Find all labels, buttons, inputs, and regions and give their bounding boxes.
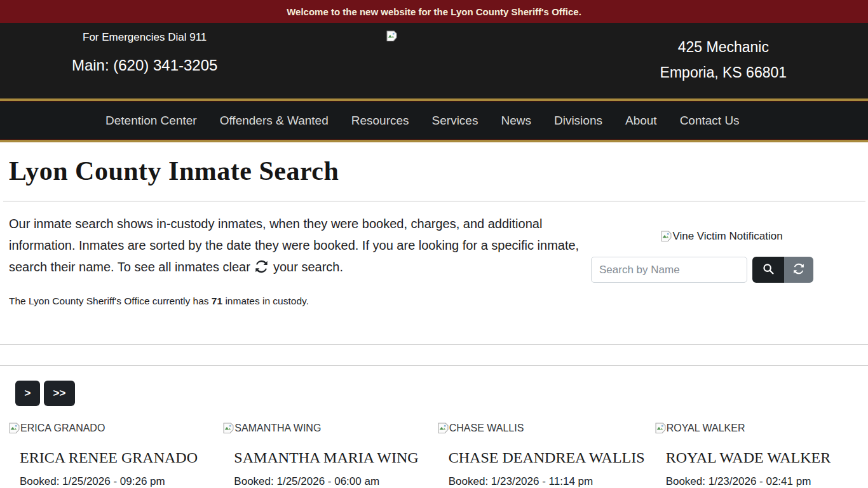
search-input[interactable] — [591, 257, 747, 283]
inmate-card[interactable]: ERICA GRANADO ERICA RENEE GRANADO Booked… — [9, 423, 213, 488]
broken-image-icon — [386, 30, 397, 44]
inmate-name: ERICA RENEE GRANADO — [20, 449, 213, 466]
refresh-button[interactable] — [784, 257, 813, 283]
nav-item-services[interactable]: Services — [421, 114, 490, 128]
custody-count: 71 — [212, 295, 222, 306]
header-contact-block: For Emergencies Dial 911 Main: (620) 341… — [0, 23, 289, 98]
main-content: Lyon County Inmate Search Our inmate sea… — [0, 156, 868, 307]
inmate-card-grid: ERICA GRANADO ERICA RENEE GRANADO Booked… — [0, 423, 868, 488]
nav-item-news[interactable]: News — [489, 114, 543, 128]
header-logo-block — [289, 23, 578, 98]
intro-column: Our inmate search shows in-custody inmat… — [9, 213, 585, 307]
nav-item-about[interactable]: About — [614, 114, 668, 128]
inmate-photo-alt: ERICA GRANADO — [20, 423, 105, 433]
pagination: > >> — [15, 381, 868, 406]
next-page-button[interactable]: > — [15, 381, 40, 406]
site-logo-image — [386, 30, 482, 44]
vine-victim-notification-link[interactable]: Vine Victim Notification — [585, 230, 859, 245]
broken-image-icon — [438, 423, 449, 436]
vine-alt-text: Vine Victim Notification — [672, 230, 782, 242]
title-divider — [3, 201, 865, 201]
custody-text-after: inmates in custody. — [222, 295, 309, 306]
inmate-booked-date: Booked: 1/23/2026 - 11:14 pm — [449, 475, 645, 488]
custody-text-before: The Lyon County Sheriff's Office current… — [9, 295, 212, 306]
inmate-photo-broken-image: ROYAL WALKER — [655, 423, 859, 436]
address-line-1: 425 Mechanic — [579, 34, 868, 60]
inmate-photo-broken-image: CHASE WALLIS — [438, 423, 645, 436]
inmate-photo-broken-image: ERICA GRANADO — [9, 423, 213, 436]
inmate-name: SAMANTHA MARIA WING — [234, 449, 427, 466]
refresh-icon — [793, 263, 804, 276]
emergency-text: For Emergencies Dial 911 — [0, 31, 289, 44]
intro-paragraph: Our inmate search shows in-custody inmat… — [9, 213, 585, 280]
search-column: Vine Victim Notification — [585, 213, 859, 307]
clear-search-refresh-icon[interactable] — [255, 258, 268, 280]
inmate-booked-date: Booked: 1/23/2026 - 02:41 pm — [666, 475, 859, 488]
search-button[interactable] — [752, 257, 784, 283]
welcome-banner: Welcome to the new website for the Lyon … — [0, 0, 868, 23]
inmate-name: CHASE DEANDREA WALLIS — [449, 449, 645, 466]
inmate-booked-date: Booked: 1/25/2026 - 06:00 am — [234, 475, 427, 488]
section-divider-top — [0, 344, 868, 345]
nav-item-offenders-wanted[interactable]: Offenders & Wanted — [208, 114, 340, 128]
nav-item-divisions[interactable]: Divisions — [543, 114, 614, 128]
inmate-card[interactable]: ROYAL WALKER ROYAL WADE WALKER Booked: 1… — [655, 423, 859, 488]
inmate-card[interactable]: CHASE WALLIS CHASE DEANDREA WALLIS Booke… — [438, 423, 645, 488]
inmate-card[interactable]: SAMANTHA WING SAMANTHA MARIA WING Booked… — [223, 423, 427, 488]
section-divider-bottom — [0, 365, 868, 366]
last-page-button[interactable]: >> — [44, 381, 75, 406]
main-navbar: Detention Center Offenders & Wanted Reso… — [0, 98, 868, 142]
nav-item-contact-us[interactable]: Contact Us — [668, 114, 751, 128]
nav-item-resources[interactable]: Resources — [340, 114, 421, 128]
inmate-photo-broken-image: SAMANTHA WING — [223, 423, 427, 436]
broken-image-icon — [9, 423, 20, 436]
inmate-photo-alt: CHASE WALLIS — [449, 423, 524, 433]
search-button-group — [752, 257, 813, 283]
inmate-photo-alt: SAMANTHA WING — [234, 423, 321, 433]
inmate-photo-alt: ROYAL WALKER — [667, 423, 745, 433]
welcome-banner-text: Welcome to the new website for the Lyon … — [287, 6, 581, 17]
broken-image-icon — [223, 423, 234, 436]
broken-image-icon — [661, 231, 672, 245]
main-phone-number: Main: (620) 341-3205 — [0, 57, 289, 74]
search-icon — [763, 263, 774, 276]
inmate-booked-date: Booked: 1/25/2026 - 09:26 pm — [20, 475, 213, 488]
nav-item-detention-center[interactable]: Detention Center — [94, 114, 208, 128]
inmate-name: ROYAL WADE WALKER — [666, 449, 859, 466]
site-header: For Emergencies Dial 911 Main: (620) 341… — [0, 23, 868, 98]
intro-text-after: your search. — [273, 260, 343, 274]
broken-image-icon — [655, 423, 666, 436]
address-line-2: Emporia, KS 66801 — [579, 60, 868, 85]
page-title: Lyon County Inmate Search — [9, 156, 859, 186]
custody-count-line: The Lyon County Sheriff's Office current… — [9, 295, 585, 307]
header-address-block: 425 Mechanic Emporia, KS 66801 — [579, 23, 868, 98]
